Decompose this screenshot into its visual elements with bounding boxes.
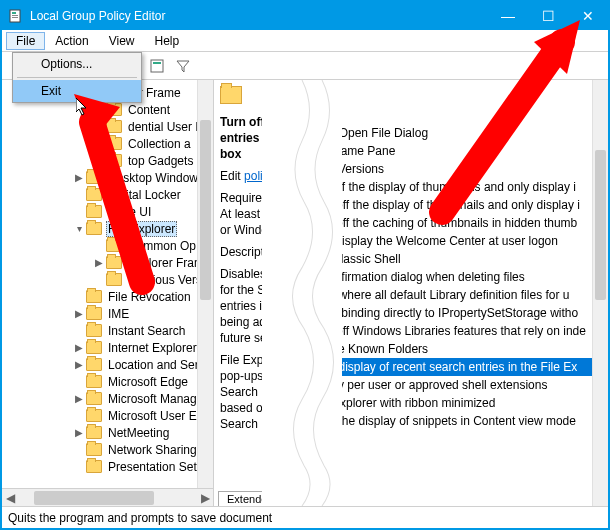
extended-tab[interactable]: Extended	[218, 491, 282, 506]
svg-rect-4	[151, 60, 163, 72]
expand-icon[interactable]: ▶	[72, 427, 86, 438]
statusbar: Quits the program and prompts to save do…	[2, 506, 608, 528]
list-item[interactable]: ot display the Welcome Center at user lo…	[320, 232, 608, 250]
app-window: Local Group Policy Editor — ☐ ✕ File Act…	[0, 0, 610, 530]
tree-item[interactable]: ▶Internet Explorer	[2, 339, 213, 356]
expand-icon[interactable]: ▶	[72, 393, 86, 404]
status-text: Quits the program and prompts to save do…	[8, 511, 272, 525]
tree-item-label: Location and Ser	[106, 358, 201, 372]
folder-icon	[86, 409, 102, 422]
tree-item-label: Network Sharing	[106, 443, 199, 457]
properties-button[interactable]	[147, 56, 167, 76]
tree-item[interactable]: Microsoft Edge	[2, 373, 213, 390]
tree-item-label: Instant Search	[106, 324, 187, 338]
tree-item[interactable]: ▶Location and Ser	[2, 356, 213, 373]
folder-icon	[86, 443, 102, 456]
folder-icon	[86, 341, 102, 354]
tree-item[interactable]: Microsoft User Ex	[2, 407, 213, 424]
menu-separator	[17, 77, 137, 78]
annotation-arrow-right	[402, 12, 602, 232]
expand-icon[interactable]: ▶	[72, 359, 86, 370]
menu-view[interactable]: View	[99, 32, 145, 50]
scroll-left-icon[interactable]: ◀	[2, 491, 18, 505]
folder-icon	[220, 86, 242, 104]
folder-icon	[86, 426, 102, 439]
menu-file[interactable]: File	[6, 32, 45, 50]
folder-icon	[86, 375, 102, 388]
list-item[interactable]: n Classic Shell	[320, 250, 608, 268]
tree-item-label: NetMeeting	[106, 426, 171, 440]
tree-item[interactable]: ▶Microsoft Manag	[2, 390, 213, 407]
tree-item-label: Internet Explorer	[106, 341, 199, 355]
folder-icon	[86, 324, 102, 337]
filter-button[interactable]	[173, 56, 193, 76]
list-item[interactable]: on where all default Library definition …	[320, 286, 608, 304]
tree-item-label: Microsoft Manag	[106, 392, 199, 406]
tree-hscrollbar[interactable]: ◀ ▶	[2, 488, 213, 506]
expand-icon[interactable]: ▶	[72, 308, 86, 319]
list-item[interactable]: off display of recent search entries in …	[320, 358, 608, 376]
tree-vscrollbar[interactable]	[197, 80, 213, 488]
list-item[interactable]: e Explorer with ribbon minimized	[320, 394, 608, 412]
list-item[interactable]: rn off Windows Libraries features that r…	[320, 322, 608, 340]
scroll-right-icon[interactable]: ▶	[197, 491, 213, 505]
setting-title-line: Turn off	[220, 115, 264, 129]
tree-item[interactable]: ▶IME	[2, 305, 213, 322]
tree-item[interactable]: Network Sharing	[2, 441, 213, 458]
tree-item-label: Presentation Sett	[106, 460, 202, 474]
list-item[interactable]: ble binding directly to IPropertySetStor…	[320, 304, 608, 322]
tree-item[interactable]: Instant Search	[2, 322, 213, 339]
tree-item[interactable]: ▶NetMeeting	[2, 424, 213, 441]
menu-action[interactable]: Action	[45, 32, 98, 50]
folder-icon	[86, 358, 102, 371]
scroll-thumb[interactable]	[34, 491, 154, 505]
svg-rect-5	[153, 62, 161, 64]
tree-item-label: IME	[106, 307, 131, 321]
folder-icon	[86, 392, 102, 405]
edit-policy-link[interactable]: policy	[244, 169, 275, 183]
svg-rect-3	[12, 17, 18, 18]
svg-rect-1	[12, 12, 16, 14]
app-icon	[8, 8, 24, 24]
expand-icon[interactable]: ▶	[72, 342, 86, 353]
list-item[interactable]: only per user or approved shell extensio…	[320, 376, 608, 394]
list-item[interactable]: confirmation dialog when deleting files	[320, 268, 608, 286]
svg-rect-2	[12, 15, 18, 16]
folder-icon	[320, 86, 342, 104]
description-panel: Turn offentries inbox Edit policy Requir…	[214, 80, 314, 506]
menu-options[interactable]: Options...	[13, 53, 141, 75]
folder-icon	[86, 460, 102, 473]
tree-item-label: Microsoft Edge	[106, 375, 190, 389]
list-item[interactable]: off the display of snippets in Content v…	[320, 412, 608, 430]
folder-icon	[86, 307, 102, 320]
mouse-cursor	[76, 98, 92, 122]
tree-item-label: Microsoft User Ex	[106, 409, 205, 423]
list-item[interactable]: able Known Folders	[320, 340, 608, 358]
tree-item[interactable]: Presentation Sett	[2, 458, 213, 475]
menu-help[interactable]: Help	[145, 32, 190, 50]
